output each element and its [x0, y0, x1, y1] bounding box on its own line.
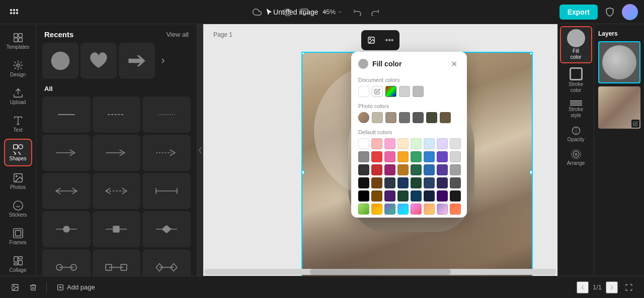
def-color-20[interactable] [411, 164, 422, 175]
doc-color-pen[interactable] [372, 86, 383, 97]
def-color-11[interactable] [397, 151, 409, 162]
shape-tile-dotted-line[interactable] [142, 96, 191, 133]
def-color-6[interactable] [437, 138, 448, 149]
recent-shape-heart[interactable] [80, 43, 117, 79]
def-grad-6[interactable] [437, 204, 448, 215]
shape-tile-rect-ends[interactable] [93, 249, 141, 276]
def-color-22[interactable] [437, 164, 448, 175]
def-color-1[interactable] [371, 138, 382, 149]
redo-button[interactable] [367, 4, 383, 20]
photo-swatch-4[interactable] [413, 112, 424, 123]
def-grad-1[interactable] [371, 204, 382, 215]
layer-item-1[interactable] [598, 41, 640, 83]
photo-swatch-1[interactable] [372, 112, 383, 123]
def-color-37[interactable] [424, 190, 435, 202]
sidebar-item-collage[interactable]: Collage [4, 251, 32, 276]
def-color-4[interactable] [411, 138, 422, 149]
view-all-button[interactable]: View all [166, 31, 189, 38]
def-color-17[interactable] [371, 164, 382, 175]
zoom-button[interactable]: 45% [318, 6, 347, 18]
def-color-39[interactable] [450, 190, 461, 202]
opacity-tool[interactable]: Opacity [560, 123, 592, 145]
def-color-27[interactable] [397, 177, 409, 188]
shape-tile-diamond-line[interactable] [142, 211, 191, 247]
def-color-10[interactable] [384, 151, 395, 162]
doc-color-gray[interactable] [413, 86, 424, 97]
page-prev-button[interactable] [577, 281, 589, 293]
def-color-15[interactable] [450, 151, 461, 162]
photo-swatch-2[interactable] [385, 112, 396, 123]
def-color-24[interactable] [358, 177, 369, 188]
photo-swatch-5[interactable] [426, 112, 437, 123]
shape-tile-dashed-line[interactable] [93, 96, 141, 133]
shield-button[interactable] [602, 4, 618, 20]
export-button[interactable]: Export [559, 5, 598, 20]
shape-tile-arrow-right-2[interactable] [93, 135, 141, 171]
recent-shape-circle[interactable] [42, 43, 78, 79]
add-page-button[interactable]: Add page [53, 281, 99, 293]
view-tool-button[interactable] [299, 4, 315, 20]
def-color-25[interactable] [371, 177, 382, 188]
def-color-21[interactable] [424, 164, 435, 175]
arrange-tool[interactable]: Arrange [560, 146, 592, 169]
def-color-5[interactable] [424, 138, 435, 149]
sidebar-item-stickers[interactable]: Stickers [4, 196, 32, 222]
def-color-33[interactable] [371, 190, 382, 202]
doc-color-gray-light[interactable] [399, 86, 410, 97]
canvas-more-button[interactable]: ••• [381, 32, 397, 48]
logo-button[interactable] [6, 4, 22, 20]
def-color-32[interactable] [358, 190, 369, 202]
def-grad-2[interactable] [384, 204, 395, 215]
def-color-36[interactable] [411, 190, 422, 202]
def-color-31[interactable] [450, 177, 461, 188]
resize-handle-mr[interactable] [530, 170, 533, 174]
sidebar-item-upload[interactable]: Upload [4, 83, 32, 109]
canvas-image-tool[interactable] [363, 32, 379, 48]
shape-tile-double-arrow-dashed[interactable] [93, 173, 141, 209]
def-grad-0[interactable] [358, 204, 369, 215]
shape-tile-diamond-ends[interactable] [142, 249, 191, 276]
fill-color-tool[interactable]: Fillcolor [560, 26, 592, 63]
recent-shape-arrow[interactable] [119, 43, 155, 79]
def-color-30[interactable] [437, 177, 448, 188]
undo-button[interactable] [350, 4, 366, 20]
resize-handle-tl[interactable] [301, 52, 304, 55]
scrollbar-thumb[interactable] [310, 269, 451, 275]
def-color-28[interactable] [411, 177, 422, 188]
sidebar-item-photos[interactable]: Photos [4, 168, 32, 194]
def-color-19[interactable] [397, 164, 409, 175]
photo-swatch-6[interactable] [440, 112, 451, 123]
recent-chevron[interactable] [157, 55, 169, 67]
def-color-23[interactable] [450, 164, 461, 175]
layer-item-2[interactable] [598, 86, 640, 129]
def-color-16[interactable] [358, 164, 369, 175]
shape-tile-double-arrow[interactable] [42, 173, 91, 209]
def-grad-7[interactable] [450, 204, 461, 215]
fill-close-button[interactable]: ✕ [448, 58, 460, 70]
sidebar-item-design[interactable]: Design [4, 56, 32, 81]
resize-handle-ml[interactable] [301, 170, 304, 174]
pointer-tool-button[interactable] [261, 4, 277, 20]
shape-tile-circle-line[interactable] [42, 211, 91, 247]
stroke-color-tool[interactable]: Strokecolor [560, 64, 592, 96]
def-color-0[interactable] [358, 138, 369, 149]
def-color-18[interactable] [384, 164, 395, 175]
shape-tile-circle-ends[interactable] [42, 249, 91, 276]
hand-tool-button[interactable] [280, 4, 296, 20]
photo-swatch-0[interactable] [358, 112, 369, 123]
def-color-12[interactable] [411, 151, 422, 162]
sidebar-item-shapes[interactable]: Shapes [4, 139, 32, 166]
photo-swatch-3[interactable] [399, 112, 410, 123]
doc-color-white[interactable] [358, 86, 369, 97]
sidebar-item-templates[interactable]: Templates [4, 28, 32, 54]
shape-tile-rect-line[interactable] [93, 211, 141, 247]
def-color-3[interactable] [397, 138, 409, 149]
bottom-trash-button[interactable] [26, 280, 40, 294]
sidebar-item-text[interactable]: Text [4, 111, 32, 137]
def-color-9[interactable] [371, 151, 382, 162]
def-color-13[interactable] [424, 151, 435, 162]
def-color-38[interactable] [437, 190, 448, 202]
def-grad-5[interactable] [424, 204, 435, 215]
def-grad-3[interactable] [397, 204, 409, 215]
canvas-scrollbar[interactable] [204, 269, 556, 275]
